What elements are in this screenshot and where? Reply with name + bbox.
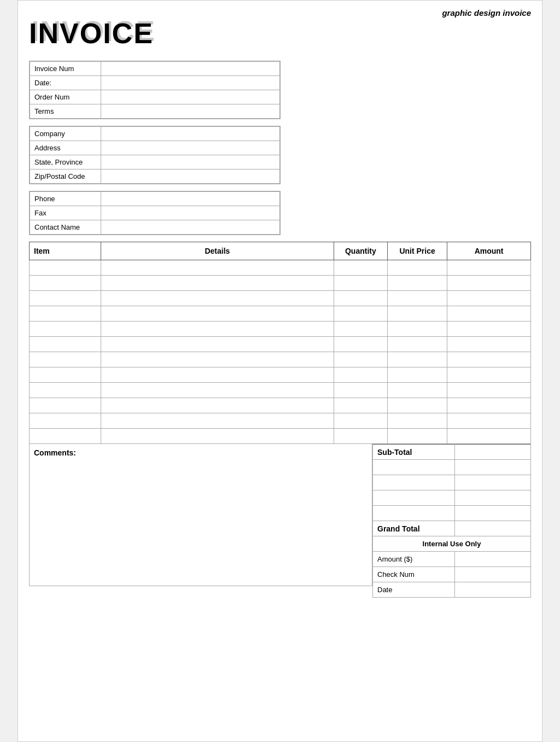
date-internal-value[interactable]	[454, 582, 530, 598]
table-row	[30, 322, 531, 337]
date-value[interactable]	[101, 76, 280, 90]
table-row	[30, 413, 531, 429]
unit-price-cell[interactable]	[388, 260, 447, 276]
fax-value[interactable]	[101, 206, 280, 220]
unit-price-cell[interactable]	[388, 367, 447, 383]
unit-price-cell[interactable]	[388, 276, 447, 291]
details-cell[interactable]	[101, 429, 334, 444]
amount-cell[interactable]	[447, 276, 531, 291]
item-cell[interactable]	[30, 306, 101, 322]
details-cell[interactable]	[101, 398, 334, 413]
quantity-cell[interactable]	[334, 260, 387, 276]
extra-label-2	[373, 475, 455, 490]
amount-cell[interactable]	[447, 306, 531, 322]
phone-value[interactable]	[101, 192, 280, 206]
quantity-cell[interactable]	[334, 413, 387, 429]
item-cell[interactable]	[30, 276, 101, 291]
check-num-value[interactable]	[454, 567, 530, 582]
amount-cell[interactable]	[447, 367, 531, 383]
item-cell[interactable]	[30, 352, 101, 367]
item-cell[interactable]	[30, 322, 101, 337]
amount-dollar-value[interactable]	[454, 552, 530, 567]
item-cell[interactable]	[30, 367, 101, 383]
company-value[interactable]	[101, 127, 280, 141]
details-cell[interactable]	[101, 367, 334, 383]
quantity-cell[interactable]	[334, 352, 387, 367]
details-cell[interactable]	[101, 352, 334, 367]
item-cell[interactable]	[30, 337, 101, 352]
table-row	[30, 367, 531, 383]
company-label: Company	[30, 127, 101, 141]
unit-price-cell[interactable]	[388, 291, 447, 306]
amount-cell[interactable]	[447, 291, 531, 306]
amount-cell[interactable]	[447, 383, 531, 398]
subtotal-label: Sub-Total	[373, 445, 455, 460]
details-cell[interactable]	[101, 322, 334, 337]
company-row: Company	[30, 127, 280, 141]
unit-price-cell[interactable]	[388, 352, 447, 367]
quantity-cell[interactable]	[334, 337, 387, 352]
subtotal-value[interactable]	[454, 445, 530, 460]
quantity-cell[interactable]	[334, 276, 387, 291]
quantity-cell[interactable]	[334, 306, 387, 322]
extra-value-1[interactable]	[454, 460, 530, 475]
details-cell[interactable]	[101, 276, 334, 291]
details-cell[interactable]	[101, 306, 334, 322]
amount-cell[interactable]	[447, 260, 531, 276]
invoice-title: INVOICE	[29, 17, 154, 50]
quantity-cell[interactable]	[334, 383, 387, 398]
item-cell[interactable]	[30, 413, 101, 429]
item-cell[interactable]	[30, 260, 101, 276]
item-cell[interactable]	[30, 291, 101, 306]
amount-cell[interactable]	[447, 352, 531, 367]
totals-section: Sub-Total	[372, 444, 531, 598]
amount-cell[interactable]	[447, 413, 531, 429]
table-row	[30, 306, 531, 322]
unit-price-cell[interactable]	[388, 322, 447, 337]
check-num-row: Check Num	[373, 567, 531, 582]
quantity-cell[interactable]	[334, 322, 387, 337]
details-cell[interactable]	[101, 413, 334, 429]
unit-price-cell[interactable]	[388, 398, 447, 413]
contact-name-value[interactable]	[101, 220, 280, 235]
company-info-section: Company Address State, Province Zip/Post…	[29, 126, 281, 184]
terms-value[interactable]	[101, 104, 280, 119]
address-value[interactable]	[101, 141, 280, 155]
unit-price-cell[interactable]	[388, 306, 447, 322]
unit-price-cell[interactable]	[388, 383, 447, 398]
details-cell[interactable]	[101, 260, 334, 276]
unit-price-cell[interactable]	[388, 429, 447, 444]
quantity-cell[interactable]	[334, 367, 387, 383]
quantity-cell[interactable]	[334, 429, 387, 444]
extra-row-4	[373, 506, 531, 521]
details-cell[interactable]	[101, 383, 334, 398]
grand-total-value[interactable]	[454, 521, 530, 536]
table-row	[30, 291, 531, 306]
zip-value[interactable]	[101, 170, 280, 184]
state-province-value[interactable]	[101, 155, 280, 170]
comments-section: Comments:	[29, 444, 372, 586]
item-cell[interactable]	[30, 383, 101, 398]
item-cell[interactable]	[30, 398, 101, 413]
col-header-amount: Amount	[447, 242, 531, 260]
contact-info-section: Phone Fax Contact Name	[29, 191, 281, 235]
item-cell[interactable]	[30, 429, 101, 444]
amount-cell[interactable]	[447, 398, 531, 413]
order-num-value[interactable]	[101, 90, 280, 104]
amount-cell[interactable]	[447, 322, 531, 337]
amount-cell[interactable]	[447, 429, 531, 444]
invoice-num-value[interactable]	[101, 62, 280, 76]
details-cell[interactable]	[101, 291, 334, 306]
extra-value-2[interactable]	[454, 475, 530, 490]
quantity-cell[interactable]	[334, 291, 387, 306]
extra-value-3[interactable]	[454, 490, 530, 506]
order-num-label: Order Num	[30, 90, 101, 104]
quantity-cell[interactable]	[334, 398, 387, 413]
amount-cell[interactable]	[447, 337, 531, 352]
address-row: Address	[30, 141, 280, 155]
unit-price-cell[interactable]	[388, 337, 447, 352]
date-row: Date:	[30, 76, 280, 90]
unit-price-cell[interactable]	[388, 413, 447, 429]
details-cell[interactable]	[101, 337, 334, 352]
extra-value-4[interactable]	[454, 506, 530, 521]
